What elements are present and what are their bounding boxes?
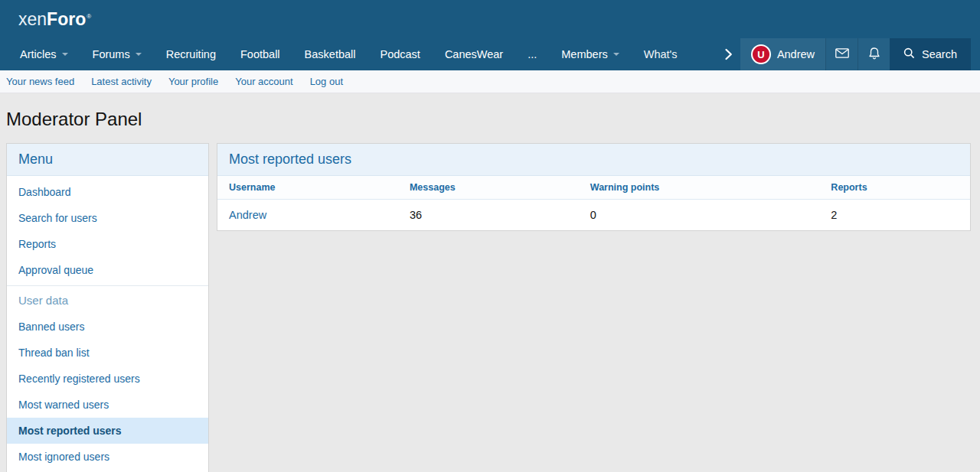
header: xenForo® Articles Forums Recruiting Foot…: [0, 0, 980, 70]
sidebar-item-most-warned-users[interactable]: Most warned users: [7, 392, 208, 418]
nav-item-label: What's: [644, 48, 678, 60]
reported-users-table: Username Messages Warning points Reports…: [217, 176, 970, 230]
subnav: Your news feed Latest activity Your prof…: [0, 70, 980, 93]
panel-title: Most reported users: [217, 144, 970, 176]
nav-item-members[interactable]: Members: [549, 38, 631, 70]
nav-item-more[interactable]: ...: [515, 38, 549, 70]
subnav-log-out[interactable]: Log out: [310, 76, 343, 87]
column-header-messages[interactable]: Messages: [398, 176, 579, 200]
cell-reports: 2: [819, 200, 970, 231]
nav-item-whats-new[interactable]: What's: [632, 38, 690, 70]
search-button-label: Search: [922, 48, 957, 60]
sidebar-heading-user-data: User data: [7, 285, 208, 314]
column-header-warning-points[interactable]: Warning points: [579, 176, 820, 200]
most-reported-users-panel: Most reported users Username Messages Wa…: [217, 143, 971, 231]
sidebar-menu-title: Menu: [7, 144, 208, 176]
nav-item-podcast[interactable]: Podcast: [368, 38, 432, 70]
nav-item-label: ...: [528, 48, 537, 60]
chevron-down-icon: [136, 53, 142, 56]
logo-registered-mark: ®: [87, 13, 91, 20]
nav-item-label: Basketball: [305, 48, 356, 60]
search-button[interactable]: Search: [890, 38, 971, 70]
nav-item-football[interactable]: Football: [228, 38, 292, 70]
subnav-your-profile[interactable]: Your profile: [168, 76, 218, 87]
sidebar-menu: Menu Dashboard Search for users Reports …: [6, 143, 209, 472]
avatar: U: [751, 44, 771, 64]
nav-item-caneswear[interactable]: CanesWear: [433, 38, 515, 70]
subnav-your-account[interactable]: Your account: [235, 76, 292, 87]
nav-item-label: Members: [561, 48, 607, 60]
nav-items: Articles Forums Recruiting Football Bask…: [8, 38, 717, 70]
envelope-icon: [835, 47, 849, 61]
table-row: Andrew 36 0 2: [217, 200, 970, 231]
chevron-down-icon: [613, 53, 619, 56]
nav-item-articles[interactable]: Articles: [8, 38, 80, 70]
nav-item-recruiting[interactable]: Recruiting: [154, 38, 228, 70]
user-menu[interactable]: U Andrew: [740, 38, 825, 70]
column-header-reports[interactable]: Reports: [819, 176, 970, 200]
nav-overflow-chevron-icon[interactable]: [717, 38, 740, 70]
alerts-button[interactable]: [858, 38, 890, 70]
inbox-button[interactable]: [825, 38, 858, 70]
sidebar-item-banned-users[interactable]: Banned users: [7, 314, 208, 340]
main-nav: Articles Forums Recruiting Football Bask…: [0, 38, 980, 70]
sidebar-item-search-for-users[interactable]: Search for users: [7, 205, 208, 231]
sidebar-item-most-reported-users[interactable]: Most reported users: [7, 418, 208, 444]
nav-item-label: Articles: [20, 48, 57, 60]
cell-messages: 36: [398, 200, 579, 231]
subnav-your-news-feed[interactable]: Your news feed: [6, 76, 74, 87]
chevron-down-icon: [62, 53, 68, 56]
nav-item-label: CanesWear: [445, 48, 503, 60]
content: Menu Dashboard Search for users Reports …: [0, 143, 980, 472]
logo-row: xenForo®: [0, 0, 980, 38]
sidebar-item-thread-ban-list[interactable]: Thread ban list: [7, 340, 208, 366]
nav-item-basketball[interactable]: Basketball: [292, 38, 368, 70]
nav-item-label: Recruiting: [166, 48, 216, 60]
sidebar-item-dashboard[interactable]: Dashboard: [7, 179, 208, 205]
username-link[interactable]: Andrew: [229, 209, 266, 221]
logo-part2: Foro: [47, 9, 86, 29]
sidebar-menu-list: Dashboard Search for users Reports Appro…: [7, 176, 208, 470]
user-name: Andrew: [777, 48, 815, 60]
logo-part1: xen: [18, 9, 47, 29]
search-icon: [903, 47, 915, 61]
logo[interactable]: xenForo®: [18, 9, 91, 30]
sidebar-item-approval-queue[interactable]: Approval queue: [7, 257, 208, 283]
subnav-latest-activity[interactable]: Latest activity: [91, 76, 152, 87]
nav-item-label: Podcast: [380, 48, 420, 60]
nav-item-label: Football: [240, 48, 280, 60]
header-user-area: U Andrew Search: [740, 38, 980, 70]
cell-warning-points: 0: [579, 200, 820, 231]
sidebar-item-most-ignored-users[interactable]: Most ignored users: [7, 444, 208, 470]
sidebar-item-reports[interactable]: Reports: [7, 231, 208, 257]
nav-item-label: Forums: [93, 48, 130, 60]
nav-item-forums[interactable]: Forums: [80, 38, 154, 70]
table-header-row: Username Messages Warning points Reports: [217, 176, 970, 200]
column-header-username[interactable]: Username: [217, 176, 398, 200]
sidebar-item-recently-registered-users[interactable]: Recently registered users: [7, 366, 208, 392]
cell-username: Andrew: [217, 200, 398, 231]
page-title: Moderator Panel: [0, 109, 980, 130]
bell-icon: [868, 47, 880, 63]
